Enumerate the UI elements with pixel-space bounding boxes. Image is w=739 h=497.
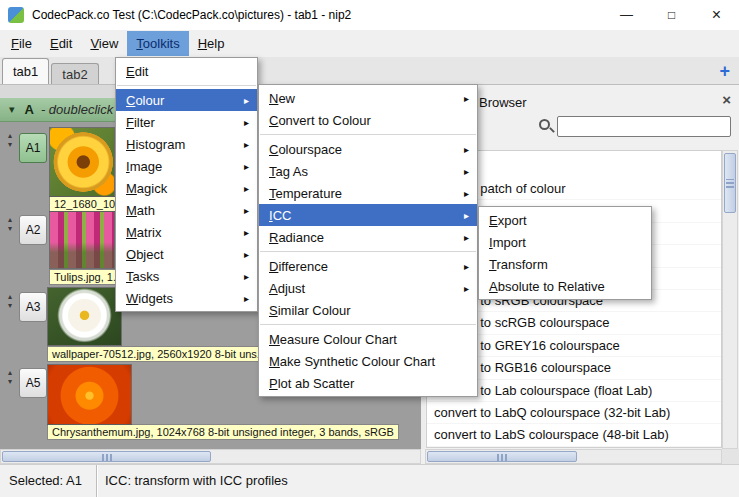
row-reorder-a1: ▴ ▾ xyxy=(4,131,16,149)
menu-item-matrix[interactable]: Matrix▸ xyxy=(116,221,257,243)
minimize-button[interactable]: — xyxy=(604,0,649,30)
submenu-arrow-icon: ▸ xyxy=(232,183,249,194)
thumbnail-a5[interactable] xyxy=(48,365,131,424)
browser-hscrollbar-thumb[interactable] xyxy=(427,451,577,462)
tab-bar: tab1 tab2 + xyxy=(0,57,739,85)
tab-tab1[interactable]: tab1 xyxy=(2,58,49,84)
row-button-a2[interactable]: A2 xyxy=(19,215,47,245)
row-reorder-a2: ▴ ▾ xyxy=(4,215,16,233)
menu-item-widgets[interactable]: Widgets▸ xyxy=(116,287,257,309)
row-button-a5[interactable]: A5 xyxy=(19,368,47,398)
row-down-icon[interactable]: ▾ xyxy=(8,377,12,386)
submenu-arrow-icon: ▸ xyxy=(232,293,249,304)
menu-item-transform[interactable]: Transform xyxy=(479,253,651,275)
scrollbar-corner xyxy=(722,449,739,464)
colour-submenu: New▸ Convert to Colour Colourspace▸ Tag … xyxy=(258,84,478,397)
menubar-edit[interactable]: Edit xyxy=(41,31,81,56)
browser-row[interactable]: convert to LabQ colourspace (32-bit Lab) xyxy=(427,402,721,424)
menu-item-measure-colour-chart[interactable]: Measure Colour Chart xyxy=(259,328,477,350)
menu-item-radiance[interactable]: Radiance▸ xyxy=(259,226,477,248)
row-up-icon[interactable]: ▴ xyxy=(8,368,12,377)
row-down-icon[interactable]: ▾ xyxy=(8,224,12,233)
submenu-arrow-icon: ▸ xyxy=(452,93,469,104)
menu-item-plot-ab-scatter[interactable]: Plot ab Scatter xyxy=(259,372,477,394)
workspace-hscrollbar[interactable] xyxy=(0,449,421,464)
submenu-arrow-icon: ▸ xyxy=(452,283,469,294)
row-reorder-a3: ▴ ▾ xyxy=(4,292,16,310)
browser-hscrollbar[interactable] xyxy=(425,449,722,464)
menu-item-tag-as[interactable]: Tag As▸ xyxy=(259,160,477,182)
browser-vscrollbar[interactable] xyxy=(722,150,738,449)
menubar-help[interactable]: Help xyxy=(189,31,234,56)
menu-item-histogram[interactable]: Histogram▸ xyxy=(116,133,257,155)
menu-item-edit[interactable]: Edit xyxy=(116,60,257,82)
menu-item-new[interactable]: New▸ xyxy=(259,87,477,109)
row-reorder-a5: ▴ ▾ xyxy=(4,368,16,386)
row-button-a1[interactable]: A1 xyxy=(19,133,47,163)
submenu-arrow-icon: ▸ xyxy=(232,227,249,238)
menu-item-filter[interactable]: Filter▸ xyxy=(116,111,257,133)
menu-item-similar-colour[interactable]: Similar Colour xyxy=(259,299,477,321)
submenu-arrow-icon: ▸ xyxy=(452,210,469,221)
add-tab-icon[interactable]: + xyxy=(719,61,730,81)
menu-separator xyxy=(260,251,476,252)
thumbnail-a1[interactable] xyxy=(50,128,114,196)
menu-item-make-synthetic-colour-chart[interactable]: Make Synthetic Colour Chart xyxy=(259,350,477,372)
menu-item-math[interactable]: Math▸ xyxy=(116,199,257,221)
menu-item-absolute-to-relative[interactable]: Absolute to Relative xyxy=(479,275,651,297)
browser-row[interactable]: convert to LabS colourspace (48-bit Lab) xyxy=(427,424,721,446)
search-input[interactable] xyxy=(557,116,731,137)
submenu-arrow-icon: ▸ xyxy=(452,232,469,243)
submenu-arrow-icon: ▸ xyxy=(232,249,249,260)
row-up-icon[interactable]: ▴ xyxy=(8,215,12,224)
row-up-icon[interactable]: ▴ xyxy=(8,292,12,301)
thumbnail-a2[interactable] xyxy=(50,212,114,268)
row-button-a3[interactable]: A3 xyxy=(19,292,47,322)
status-bar: Selected: A1 ICC: transform with ICC pro… xyxy=(0,464,739,497)
row-down-icon[interactable]: ▾ xyxy=(8,140,12,149)
app-icon xyxy=(8,7,24,23)
tab-tab2[interactable]: tab2 xyxy=(51,63,98,84)
menu-separator xyxy=(260,134,476,135)
menu-item-difference[interactable]: Difference▸ xyxy=(259,255,477,277)
menu-item-icc[interactable]: ICC▸ xyxy=(259,204,477,226)
close-button[interactable]: × xyxy=(694,0,739,30)
toolkits-menu: Edit Colour▸ Filter▸ Histogram▸ Image▸ M… xyxy=(115,57,258,312)
menu-item-object[interactable]: Object▸ xyxy=(116,243,257,265)
submenu-arrow-icon: ▸ xyxy=(452,188,469,199)
menu-item-magick[interactable]: Magick▸ xyxy=(116,177,257,199)
nip2-window: CodecPack.co Test (C:\CodecPack.co\pictu… xyxy=(0,0,739,497)
menu-separator xyxy=(117,85,256,86)
maximize-button[interactable]: □ xyxy=(649,0,694,30)
menu-item-colourspace[interactable]: Colourspace▸ xyxy=(259,138,477,160)
submenu-arrow-icon: ▸ xyxy=(452,261,469,272)
browser-title: Browser xyxy=(479,95,527,110)
menu-item-tasks[interactable]: Tasks▸ xyxy=(116,265,257,287)
browser-vscrollbar-thumb[interactable] xyxy=(724,153,736,213)
collapse-column-icon[interactable]: ▾ xyxy=(9,103,15,116)
menubar-view[interactable]: View xyxy=(81,31,127,56)
menu-item-image[interactable]: Image▸ xyxy=(116,155,257,177)
menu-item-temperature[interactable]: Temperature▸ xyxy=(259,182,477,204)
thumbnail-a3[interactable] xyxy=(48,288,121,345)
menu-item-export[interactable]: Export xyxy=(479,209,651,231)
icc-submenu: Export Import Transform Absolute to Rela… xyxy=(478,206,652,300)
submenu-arrow-icon: ▸ xyxy=(232,271,249,282)
submenu-arrow-icon: ▸ xyxy=(232,205,249,216)
search-icon xyxy=(539,119,550,130)
workspace-hscrollbar-thumb[interactable] xyxy=(2,451,211,462)
submenu-arrow-icon: ▸ xyxy=(232,139,249,150)
menu-item-colour[interactable]: Colour▸ xyxy=(116,89,257,111)
row-up-icon[interactable]: ▴ xyxy=(8,131,12,140)
menubar-file[interactable]: File xyxy=(2,31,41,56)
menu-item-convert-to-colour[interactable]: Convert to Colour xyxy=(259,109,477,131)
menubar-toolkits[interactable]: Toolkits xyxy=(127,31,188,56)
menu-separator xyxy=(260,324,476,325)
status-message: ICC: transform with ICC profiles xyxy=(97,465,739,497)
menu-item-import[interactable]: Import xyxy=(479,231,651,253)
caption-a3: wallpaper-70512.jpg, 2560x1920 8-bit uns… xyxy=(48,347,270,361)
window-title: CodecPack.co Test (C:\CodecPack.co\pictu… xyxy=(32,0,351,30)
close-panel-icon[interactable]: × xyxy=(722,91,731,108)
row-down-icon[interactable]: ▾ xyxy=(8,301,12,310)
menu-item-adjust[interactable]: Adjust▸ xyxy=(259,277,477,299)
